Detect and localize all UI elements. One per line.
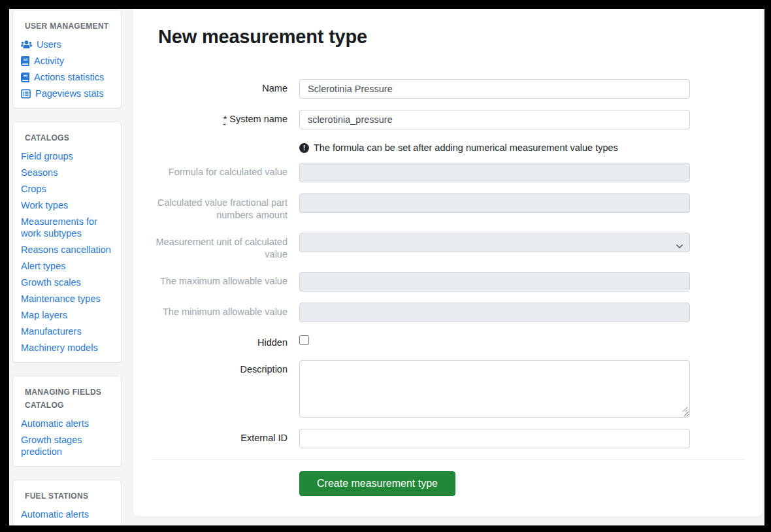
sidebar-item-work-types[interactable]: Work types (21, 199, 113, 211)
sidebar-item-users[interactable]: Users (21, 39, 113, 50)
list-icon (21, 89, 31, 99)
unit-select (299, 233, 690, 252)
fractional-input (299, 193, 690, 213)
form-row-system-name: * System name (152, 110, 744, 129)
min-value-label: The minimum allowable value (152, 303, 287, 322)
system-name-label: * System name (152, 110, 287, 129)
name-input[interactable] (299, 79, 690, 99)
main-panel: New measurement type Name * System name … (133, 9, 763, 516)
external-id-input[interactable] (299, 429, 690, 448)
sidebar-item-label: Alert types (21, 260, 66, 272)
section-title-fuel-stations: FUEL STATIONS (21, 490, 113, 503)
form-row-info: ! The formula can be set after adding nu… (152, 141, 744, 154)
min-value-input (299, 303, 690, 322)
form-row-formula: Formula for calculated value (152, 163, 744, 182)
sidebar-item-actions-statistics[interactable]: Actions statistics (21, 71, 113, 83)
create-measurement-type-button[interactable]: Create measurement type (299, 471, 455, 496)
page: USER MANAGEMENT Users Activity (9, 9, 764, 525)
sidebar-item-label: Manufacturers (21, 325, 82, 337)
form-row-description: Description (152, 360, 744, 418)
sidebar-item-maintenance-types[interactable]: Maintenance types (21, 293, 113, 305)
sidebar-item-label: Crops (21, 183, 46, 195)
sidebar-item-label: Work types (21, 199, 68, 211)
sidebar-item-label: Measurements for work subtypes (21, 216, 113, 239)
sidebar-item-seasons[interactable]: Seasons (21, 167, 113, 178)
sidebar-item-label: Users (37, 39, 61, 50)
system-name-label-text: System name (229, 114, 287, 124)
sidebar-item-manufacturers[interactable]: Manufacturers (21, 325, 113, 337)
description-textarea[interactable] (299, 360, 690, 418)
form-row-max: The maximum allowable value (152, 272, 744, 291)
sidebar-card-managing-fields-catalog: MANAGING FIELDS CATALOG Automatic alerts… (12, 376, 122, 467)
sidebar-item-reasons-cancellation[interactable]: Reasons cancellation (21, 244, 113, 256)
sidebar-item-activity[interactable]: Activity (21, 55, 113, 67)
info-note: The formula can be set after adding nume… (314, 142, 618, 153)
sidebar-item-label: Growth scales (21, 276, 81, 288)
sidebar-item-label: Actions statistics (34, 71, 104, 83)
sidebar-item-growth-scales[interactable]: Growth scales (21, 276, 113, 288)
sidebar-card-fuel-stations: FUEL STATIONS Automatic alerts (12, 480, 122, 525)
sidebar-item-label: Automatic alerts (21, 418, 89, 429)
unit-label: Measurement unit of calculated value (152, 233, 287, 261)
hidden-checkbox[interactable] (299, 335, 309, 345)
sidebar-item-pageviews-stats[interactable]: Pageviews stats (21, 88, 113, 99)
book-icon (21, 56, 29, 66)
sidebar-card-catalogs: CATALOGS Field groups Seasons Crops Work… (12, 122, 122, 363)
name-label: Name (152, 79, 287, 99)
form-divider (152, 459, 744, 460)
section-title-user-management: USER MANAGEMENT (21, 20, 113, 33)
form-row-hidden: Hidden (152, 333, 744, 349)
users-icon (21, 40, 32, 49)
section-title-managing-fields-catalog: MANAGING FIELDS CATALOG (21, 386, 113, 412)
form-row-name: Name (152, 79, 744, 99)
sidebar-item-alert-types[interactable]: Alert types (21, 260, 113, 272)
hidden-label: Hidden (152, 333, 287, 349)
sidebar-item-measurements-for-work-subtypes[interactable]: Measurements for work subtypes (21, 216, 113, 239)
section-title-catalogs: CATALOGS (21, 131, 113, 144)
sidebar-item-label: Machinery models (21, 342, 98, 354)
fractional-label: Calculated value fractional part numbers… (152, 193, 287, 222)
info-circle-icon: ! (299, 143, 309, 153)
form-row-unit: Measurement unit of calculated value (152, 233, 744, 261)
system-name-input[interactable] (299, 110, 690, 129)
formula-label: Formula for calculated value (152, 163, 287, 182)
required-mark: * (223, 114, 227, 124)
sidebar-item-label: Seasons (21, 167, 57, 178)
sidebar-item-field-groups[interactable]: Field groups (21, 150, 113, 162)
form-row-fractional: Calculated value fractional part numbers… (152, 193, 744, 222)
sidebar-item-crops[interactable]: Crops (21, 183, 113, 195)
sidebar-item-label: Automatic alerts (21, 508, 89, 520)
sidebar-item-label: Activity (34, 55, 64, 67)
sidebar: USER MANAGEMENT Users Activity (12, 9, 122, 525)
form-row-min: The minimum allowable value (152, 303, 744, 322)
sidebar-item-label: Map layers (21, 309, 67, 321)
formula-input (299, 163, 690, 182)
sidebar-item-map-layers[interactable]: Map layers (21, 309, 113, 321)
max-value-input (299, 272, 690, 291)
sidebar-item-automatic-alerts-fields[interactable]: Automatic alerts (21, 418, 113, 429)
sidebar-item-label: Pageviews stats (35, 88, 104, 99)
sidebar-item-label: Growth stages prediction (21, 434, 113, 457)
external-id-label: External ID (152, 429, 287, 448)
sidebar-item-machinery-models[interactable]: Machinery models (21, 342, 113, 354)
max-value-label: The maximum allowable value (152, 272, 287, 291)
sidebar-card-user-management: USER MANAGEMENT Users Activity (12, 10, 122, 108)
sidebar-item-label: Reasons cancellation (21, 244, 111, 256)
sidebar-item-automatic-alerts-fuel[interactable]: Automatic alerts (21, 508, 113, 520)
sidebar-item-label: Field groups (21, 150, 73, 162)
form-row-external-id: External ID (152, 429, 744, 448)
book-icon (21, 73, 29, 82)
new-measurement-type-form: Name * System name ! The formula can be … (152, 79, 744, 496)
sidebar-item-label: Maintenance types (21, 293, 101, 305)
description-label: Description (152, 360, 287, 418)
page-title: New measurement type (158, 26, 744, 48)
sidebar-item-growth-stages-prediction[interactable]: Growth stages prediction (21, 434, 113, 457)
